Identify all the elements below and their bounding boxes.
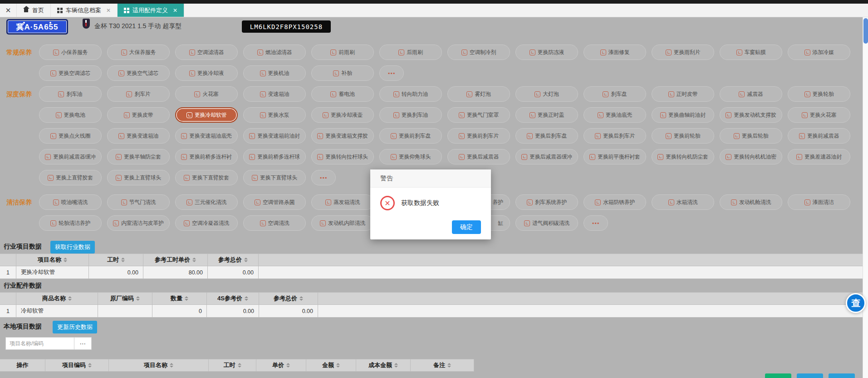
- service-pill[interactable]: 刹车片: [107, 86, 170, 102]
- service-pill[interactable]: 变速箱油: [243, 86, 306, 102]
- service-pill[interactable]: 更换前减震器: [788, 128, 850, 144]
- sortable-column-header[interactable]: 参考总价: [259, 293, 318, 305]
- service-pill[interactable]: 更换前桥多连杆球: [243, 149, 306, 164]
- more-services-button[interactable]: ⋯: [311, 170, 336, 185]
- sortable-column-header[interactable]: 商品名称: [16, 293, 98, 305]
- service-pill[interactable]: 更换变速箱油底壳: [175, 128, 238, 144]
- sortable-column-header[interactable]: 项目名称: [16, 254, 89, 266]
- service-pill[interactable]: 空调滤清器: [175, 45, 238, 60]
- service-pill[interactable]: 更换曲轴前油封: [652, 107, 714, 123]
- service-pill[interactable]: 更换前刹车盘: [379, 128, 442, 144]
- service-pill[interactable]: 更换空调滤芯: [39, 65, 102, 81]
- service-pill[interactable]: 发动机内部清洗: [311, 215, 374, 231]
- service-pill[interactable]: 漆面清洁: [788, 194, 850, 210]
- service-pill[interactable]: 大灯泡: [515, 86, 578, 102]
- more-services-button[interactable]: ⋯: [379, 65, 404, 81]
- service-pill[interactable]: 更换后减震器缓冲: [515, 149, 578, 164]
- service-pill[interactable]: 更换油底壳: [584, 107, 646, 123]
- service-pill[interactable]: 车窗贴膜: [720, 45, 782, 60]
- service-pill[interactable]: 更换前轮胎: [652, 128, 714, 144]
- sort-arrows-icon[interactable]: [394, 363, 398, 368]
- service-pill[interactable]: 空调管路杀菌: [243, 194, 306, 210]
- service-pill[interactable]: 水箱清洗: [652, 194, 714, 210]
- service-pill[interactable]: 更换变速箱支撑胶: [311, 128, 374, 144]
- service-pill[interactable]: 发动机舱清洗: [720, 194, 782, 210]
- service-pill[interactable]: 更换火花塞: [788, 107, 850, 123]
- service-pill[interactable]: 火花塞: [175, 86, 238, 102]
- sort-arrows-icon[interactable]: [299, 296, 303, 301]
- floating-search-button[interactable]: 查: [846, 293, 866, 313]
- update-history-data-button[interactable]: 更新历史数据: [53, 321, 97, 333]
- service-pill[interactable]: 三元催化清洗: [175, 194, 238, 210]
- dialog-ok-button[interactable]: 确定: [452, 220, 481, 234]
- service-pill[interactable]: 燃油滤清器: [243, 45, 306, 60]
- service-pill[interactable]: 更换雨刮片: [652, 45, 714, 60]
- service-pill[interactable]: 减震器: [720, 86, 782, 102]
- service-pill[interactable]: 更换刹车油: [379, 107, 442, 123]
- service-pill[interactable]: 更换上直臂球头: [107, 170, 170, 185]
- sortable-column-header[interactable]: 单价: [256, 359, 306, 372]
- service-pill[interactable]: 轮胎清洁养护: [39, 215, 102, 231]
- service-pill[interactable]: 更换前平衡杆衬套: [584, 149, 646, 164]
- service-pill[interactable]: 前雨刷: [311, 45, 374, 60]
- service-pill[interactable]: 更换仰角球头: [379, 149, 442, 164]
- service-pill[interactable]: 更换冷却液壶: [311, 107, 374, 123]
- tab-home[interactable]: 首页: [16, 4, 51, 17]
- service-pill[interactable]: 更换半轴防尘套: [107, 149, 170, 164]
- service-pill[interactable]: 后雨刷: [379, 45, 442, 60]
- service-pill[interactable]: 大保养服务: [107, 45, 170, 60]
- service-pill[interactable]: 更换转向机机油密: [720, 149, 782, 164]
- sortable-column-header[interactable]: 参考总价: [208, 254, 259, 266]
- vertical-scrollbar[interactable]: [863, 17, 868, 378]
- sortable-column-header[interactable]: 金额: [306, 359, 356, 372]
- sort-arrows-icon[interactable]: [244, 258, 248, 262]
- service-pill[interactable]: 正时皮带: [652, 86, 714, 102]
- cutoff-button-2[interactable]: [797, 373, 823, 378]
- close-all-tabs-icon[interactable]: ✕: [0, 4, 16, 17]
- cutoff-button-1[interactable]: [765, 373, 791, 378]
- tab-close-icon[interactable]: ✕: [173, 7, 177, 14]
- service-pill[interactable]: 水箱防锈养护: [584, 194, 646, 210]
- sort-arrows-icon[interactable]: [88, 363, 92, 368]
- sort-arrows-icon[interactable]: [136, 296, 140, 301]
- sortable-column-header[interactable]: 4S参考价: [207, 293, 259, 305]
- service-pill[interactable]: 内室清洁与皮革护: [107, 215, 170, 231]
- service-pill[interactable]: 更换水泵: [243, 107, 306, 123]
- service-pill[interactable]: 蒸发箱清洗: [311, 194, 374, 210]
- service-pill[interactable]: 更换后刹车片: [584, 128, 646, 144]
- service-pill[interactable]: 更换下直臂胶套: [175, 170, 238, 185]
- service-pill[interactable]: 更换后轮胎: [720, 128, 782, 144]
- tab-vehicle-info-archive[interactable]: 车辆信息档案 ✕: [51, 4, 118, 17]
- sortable-column-header[interactable]: 工时: [89, 254, 143, 266]
- service-pill[interactable]: 节气门清洗: [107, 194, 170, 210]
- service-pill[interactable]: 更换后减震器: [447, 149, 510, 164]
- more-services-button[interactable]: ⋯: [584, 215, 608, 231]
- service-pill[interactable]: 更换后刹车盘: [515, 128, 578, 144]
- service-pill[interactable]: 更换转向机防尘套: [652, 149, 714, 164]
- service-pill[interactable]: 喷油嘴清洗: [39, 194, 102, 210]
- service-pill[interactable]: 更换轮胎: [788, 86, 850, 102]
- sort-arrows-icon[interactable]: [192, 258, 196, 262]
- service-pill[interactable]: 空调清洗: [243, 215, 306, 231]
- service-pill[interactable]: 转向助力油: [379, 86, 442, 102]
- sort-arrows-icon[interactable]: [121, 258, 125, 262]
- sort-arrows-icon[interactable]: [64, 258, 67, 262]
- service-pill[interactable]: 更换变速箱油: [107, 128, 170, 144]
- service-pill[interactable]: 刹车油: [39, 86, 102, 102]
- service-pill[interactable]: 更换正时盖: [515, 107, 578, 123]
- sortable-column-header[interactable]: 数量: [152, 293, 207, 305]
- service-pill[interactable]: 更换发动机支撑胶: [720, 107, 782, 123]
- service-pill[interactable]: 雾灯泡: [447, 86, 510, 102]
- service-pill[interactable]: 更换电池: [39, 107, 102, 123]
- service-pill[interactable]: 蓄电池: [311, 86, 374, 102]
- service-pill[interactable]: 刹车系统养护: [515, 194, 578, 210]
- service-pill[interactable]: 更换转向拉杆球头: [311, 149, 374, 164]
- service-pill[interactable]: 漆面修复: [584, 45, 646, 60]
- sortable-column-header[interactable]: 项目编码: [45, 359, 109, 372]
- service-pill[interactable]: 刹车盘: [584, 86, 646, 102]
- sortable-column-header[interactable]: 参考工时单价: [143, 254, 208, 266]
- service-pill[interactable]: 更换变速箱前油封: [243, 128, 306, 144]
- sort-arrows-icon[interactable]: [185, 296, 188, 301]
- service-pill[interactable]: 更换气门室罩: [447, 107, 510, 123]
- service-pill[interactable]: 更换下直臂球头: [243, 170, 306, 185]
